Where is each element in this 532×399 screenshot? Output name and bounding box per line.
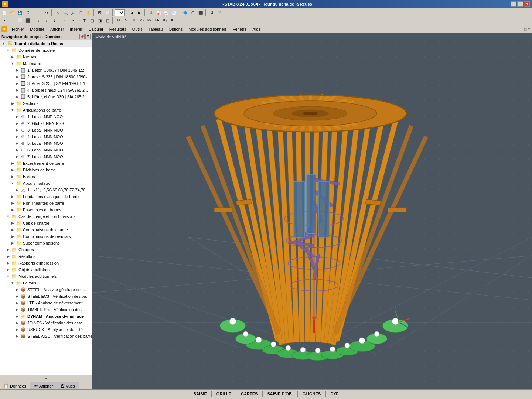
panel-close-button[interactable]: ✕ [85,34,91,39]
tree-expander-13[interactable]: ▶ [15,128,19,132]
label-m-button[interactable]: M [130,17,138,24]
window-controls[interactable]: − □ ✕ [511,1,530,7]
tree-item-38[interactable]: ▶📦STEEL EC3 - Vérification des ba... [0,293,92,300]
label-py-button[interactable]: Py [161,17,169,24]
tree-item-10[interactable]: ▼📁Articulations de barre [0,107,92,113]
tree-item-39[interactable]: ▶📦LTB - Analyse de déversement [0,300,92,306]
close-button[interactable]: ✕ [524,1,530,7]
tree-item-24[interactable]: ▶📁Non-linéarités de barre [0,200,92,207]
render2-button[interactable]: ⬜ [104,9,111,16]
tree-expander-0[interactable]: ▼ [1,41,6,46]
select-button[interactable]: ↖ [54,9,61,16]
tree-item-32[interactable]: ▶📁Résultats [0,253,92,260]
view-3d-button[interactable]: ◲ [104,17,111,24]
tree-expander-39[interactable]: ▶ [15,301,19,305]
label-v-button[interactable]: V [123,17,130,24]
load-surface-button[interactable]: ⇓ [51,17,58,24]
3d-button[interactable]: 🔷 [181,9,189,16]
tree-expander-30[interactable]: ▶ [10,241,15,245]
tree-expander-10[interactable]: ▼ [10,108,15,112]
tree-item-43[interactable]: ▶📦RSBUCK - Analyse de stabilité [0,326,92,333]
calc3-button[interactable]: 📈 [163,9,170,16]
tree-expander-34[interactable]: ▶ [6,267,10,272]
tree-expander-11[interactable]: ▶ [15,115,19,119]
project-tree[interactable]: ▼🏗Tour du delta de la Reuss▼📁Données de … [0,40,92,375]
tree-item-12[interactable]: ▶⊕2: Global; NNN NSS [0,120,92,127]
tree-expander-35[interactable]: ▼ [6,274,10,279]
minimize-button[interactable]: − [511,1,516,7]
tree-item-27[interactable]: ▶📁Cas de charge [0,220,92,226]
view-top-button[interactable]: ⊤ [81,17,88,24]
tree-expander-21[interactable]: ▼ [10,181,15,185]
volume-button[interactable]: ⬛ [24,17,31,24]
tree-item-36[interactable]: ▼📁Favoris [0,280,92,286]
save-button[interactable]: 💾 [16,9,24,16]
tree-expander-12[interactable]: ▶ [15,121,19,126]
tree-item-42[interactable]: ▶📦JOINTS - Vérification des asse... [0,320,92,326]
tree-item-44[interactable]: ▶📦STEEL AISC - Vérification des barre... [0,333,92,340]
tree-scroll-down[interactable]: ▼ [0,375,92,382]
open-button[interactable]: 📂 [8,9,16,16]
tree-item-34[interactable]: ▶📁Objets auxiliaires [0,266,92,273]
tree-item-14[interactable]: ▶⊕4: Local; NNN NOO [0,133,92,140]
prev-button[interactable]: ◀ [128,9,136,16]
label-mx-button[interactable]: Mx [138,17,146,24]
render-button[interactable]: 🖼 [96,9,103,16]
tree-item-13[interactable]: ▶⊕3: Local; NNN NOO [0,127,92,133]
tree-expander-37[interactable]: ▶ [15,287,19,292]
member-button[interactable]: — [8,17,16,24]
menu-aide[interactable]: Aide [250,26,264,32]
status-glignes-button[interactable]: GLIGNES [298,391,326,397]
tree-item-30[interactable]: ▶📁Super combinaisons [0,240,92,246]
solid-button[interactable]: ⬛ [197,9,204,16]
panel-pin-button[interactable]: 📌 [79,34,85,39]
maximize-button[interactable]: □ [517,1,523,7]
tree-expander-42[interactable]: ▶ [15,321,19,325]
menu-options[interactable]: Options [166,26,185,32]
tree-expander-19[interactable]: ▶ [10,168,15,172]
tree-expander-44[interactable]: ▶ [15,334,19,338]
tree-item-35[interactable]: ▼📁Modules additionnels [0,273,92,280]
tree-item-29[interactable]: ▶📁Combinaisons de résultats [0,233,92,240]
tree-item-0[interactable]: ▼🏗Tour du delta de la Reuss [0,40,92,47]
surface-button[interactable]: ⬜ [16,17,24,24]
tree-expander-28[interactable]: ▶ [10,228,15,232]
tree-item-6[interactable]: ▶🔲3: Acier S 235 | SA EN 1993-1-1 [0,80,92,87]
tree-expander-27[interactable]: ▶ [10,221,15,225]
zoom-fit-button[interactable]: ⊡ [77,9,85,16]
menu-afficher[interactable]: Afficher [47,26,67,32]
tree-expander-20[interactable]: ▶ [10,174,15,179]
tree-expander-31[interactable]: ▶ [6,248,10,252]
tree-item-17[interactable]: ▶⊕7: Local; NNN NOO [0,153,92,160]
tree-item-19[interactable]: ▶📁Divisions de barre [0,167,92,173]
view-side-button[interactable]: ◨ [96,17,103,24]
tree-item-20[interactable]: ▶📁Barres [0,173,92,180]
tree-expander-38[interactable]: ▶ [15,294,19,299]
tree-item-2[interactable]: ▶📁Nœuds [0,54,92,60]
panel-controls[interactable]: 📌 ✕ [79,34,91,39]
menu-inserer[interactable]: Insérer [67,26,85,32]
tree-item-40[interactable]: ▶📦TIMBER Pro - Vérification des l... [0,306,92,313]
tree-expander-1[interactable]: ▼ [6,48,10,52]
menu-modules[interactable]: Modules additionnels [185,26,229,32]
tree-item-3[interactable]: ▼📁Matériaux [0,60,92,67]
undo-button[interactable]: ↩ [35,9,42,16]
redo-button[interactable]: ↪ [43,9,50,16]
tree-item-26[interactable]: ▼📁Cas de charge et combinaisons [0,213,92,220]
tree-expander-16[interactable]: ▶ [15,148,19,152]
tab-afficher[interactable]: 👁 Afficher [30,382,57,389]
calc-button[interactable]: ⚙ [147,9,154,16]
status-cartes-button[interactable]: CARTES [236,391,262,397]
help-button[interactable]: ? [216,9,223,16]
tree-expander-22[interactable]: ▶ [15,188,19,192]
load-member-button[interactable]: ↕ [43,17,50,24]
tree-item-22[interactable]: ▶△1: 1-11,13,56-66,68,70,72,74,76,... [0,187,92,193]
tree-item-21[interactable]: ▼📁Appuis nodaux [0,180,92,187]
status-saisie-ob-button[interactable]: SAISIE D'OB. [262,391,297,397]
print-button[interactable]: 🖨 [24,9,31,16]
tree-expander-15[interactable]: ▶ [15,141,19,146]
next-button[interactable]: ▶ [136,9,143,16]
tree-expander-26[interactable]: ▼ [6,214,10,219]
loadcase-combo[interactable]: CC1 - g [115,9,125,16]
status-saisie-button[interactable]: SAISIE [189,391,212,397]
